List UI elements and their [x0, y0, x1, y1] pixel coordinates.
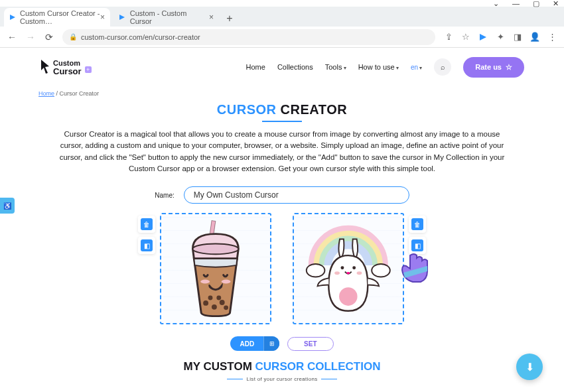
breadcrumb-current: Cursor Creator — [60, 90, 100, 97]
breadcrumb-sep: / — [56, 90, 58, 97]
close-icon[interactable]: × — [100, 13, 105, 22]
site-header: Custom Cursor + Home Collections Tools H… — [0, 48, 564, 86]
close-icon[interactable]: × — [209, 13, 214, 22]
site-logo[interactable]: Custom Cursor + — [40, 57, 93, 77]
download-fab[interactable]: ⬇ — [516, 354, 543, 380]
bunny-rainbow-image — [299, 220, 397, 318]
svg-point-24 — [357, 271, 362, 275]
set-button[interactable]: SET — [287, 337, 333, 351]
nav-howto[interactable]: How to use — [358, 63, 399, 71]
windows-icon[interactable]: ⊞ — [263, 336, 279, 351]
share-icon[interactable]: ⇪ — [443, 32, 454, 42]
delete-right-button[interactable]: 🗑 — [409, 216, 426, 233]
window-maximize[interactable]: ▢ — [533, 0, 539, 8]
reload-icon[interactable]: ⟳ — [44, 32, 54, 42]
cursor-editor-right[interactable] — [293, 213, 404, 324]
favicon-icon — [118, 13, 126, 21]
erase-left-button[interactable]: ◧ — [138, 237, 155, 254]
svg-marker-3 — [41, 60, 49, 74]
trash-icon: 🗑 — [411, 218, 423, 230]
search-icon[interactable]: ⌕ — [434, 58, 451, 76]
svg-point-26 — [339, 288, 358, 306]
svg-point-12 — [222, 280, 231, 284]
title-part1: CURSOR — [217, 102, 277, 117]
browser-tabs: Custom Cursor Creator - Custom… × Custom… — [0, 7, 564, 27]
menu-icon[interactable]: ⋮ — [547, 32, 557, 42]
title-part2: CREATOR — [277, 102, 348, 117]
svg-text:+: + — [86, 66, 90, 73]
svg-point-15 — [220, 300, 225, 305]
page-title: CURSOR CREATOR — [27, 102, 537, 117]
address-row: ← → ⟳ 🔒 custom-cursor.com/en/cursor-crea… — [0, 27, 564, 48]
forward-icon[interactable]: → — [25, 32, 36, 42]
svg-point-22 — [352, 267, 356, 270]
accessibility-tab[interactable]: ♿ — [0, 198, 15, 214]
collection-title: MY CUSTOM CURSOR COLLECTION — [27, 360, 537, 373]
rate-us-label: Rate us — [475, 63, 502, 71]
title-underline — [262, 121, 302, 122]
tab-active[interactable]: Custom Cursor Creator - Custom… × — [4, 8, 110, 27]
boba-cup-image — [170, 220, 261, 318]
add-button[interactable]: ADD ⊞ — [230, 336, 279, 351]
svg-point-18 — [224, 306, 228, 310]
extensions-icon[interactable]: ✦ — [495, 32, 506, 42]
cursor-editor-left[interactable] — [160, 213, 271, 324]
lang-selector[interactable]: en — [411, 64, 422, 71]
tab-title: Custom Cursor Creator - Custom… — [20, 9, 100, 25]
erase-right-button[interactable]: ◧ — [409, 237, 426, 254]
chevron-down-icon[interactable]: ⌄ — [493, 0, 499, 8]
cursor-name-input[interactable] — [184, 186, 409, 204]
eraser-icon: ◧ — [411, 239, 423, 251]
new-tab-button[interactable]: + — [222, 11, 238, 27]
svg-point-14 — [212, 304, 217, 310]
svg-point-21 — [341, 267, 344, 270]
svg-point-25 — [347, 272, 350, 274]
svg-point-16 — [208, 296, 213, 300]
svg-point-17 — [216, 296, 221, 300]
nav-home[interactable]: Home — [246, 63, 265, 71]
svg-point-20 — [372, 264, 390, 277]
sidepanel-icon[interactable]: ◨ — [512, 32, 523, 42]
delete-left-button[interactable]: 🗑 — [138, 216, 155, 233]
favicon-icon — [9, 13, 16, 21]
download-icon: ⬇ — [526, 361, 534, 373]
svg-marker-0 — [10, 15, 15, 20]
lock-icon: 🔒 — [69, 33, 77, 40]
svg-point-23 — [334, 271, 340, 275]
svg-point-11 — [200, 280, 210, 284]
extension-cursor-icon[interactable] — [478, 32, 488, 42]
name-label: Name: — [155, 192, 174, 199]
svg-marker-2 — [480, 34, 486, 40]
back-icon[interactable]: ← — [7, 32, 17, 42]
tab-inactive[interactable]: Custom - Custom Cursor × — [113, 8, 219, 27]
svg-point-19 — [307, 264, 325, 277]
profile-icon[interactable]: 👤 — [529, 32, 540, 42]
tab-title: Custom - Custom Cursor — [130, 9, 209, 25]
collection-title-a: MY CUSTOM — [184, 360, 255, 373]
svg-point-13 — [203, 300, 208, 306]
nav-collections[interactable]: Collections — [277, 63, 313, 71]
window-close[interactable]: ✕ — [553, 0, 559, 8]
star-icon: ☆ — [506, 63, 512, 72]
add-label: ADD — [230, 340, 263, 348]
svg-marker-1 — [119, 15, 125, 20]
url-text: custom-cursor.com/en/cursor-creator — [81, 33, 200, 41]
page-description: Cursor Creator is a magical tool that al… — [27, 129, 537, 174]
collection-subtitle: List of your cursor creations — [27, 376, 537, 382]
eraser-icon: ◧ — [141, 239, 153, 251]
bookmark-icon[interactable]: ☆ — [460, 32, 471, 42]
rate-us-button[interactable]: Rate us ☆ — [463, 57, 524, 78]
breadcrumb-home[interactable]: Home — [38, 90, 54, 97]
svg-text:Cursor: Cursor — [53, 66, 82, 76]
window-minimize[interactable]: — — [512, 0, 520, 7]
collection-title-b: CURSOR COLLECTION — [255, 360, 381, 373]
trash-icon: 🗑 — [141, 218, 153, 230]
nav-tools[interactable]: Tools — [325, 63, 346, 71]
breadcrumb: Home / Cursor Creator — [38, 90, 537, 97]
address-bar[interactable]: 🔒 custom-cursor.com/en/cursor-creator — [62, 29, 435, 45]
svg-point-10 — [193, 244, 239, 255]
